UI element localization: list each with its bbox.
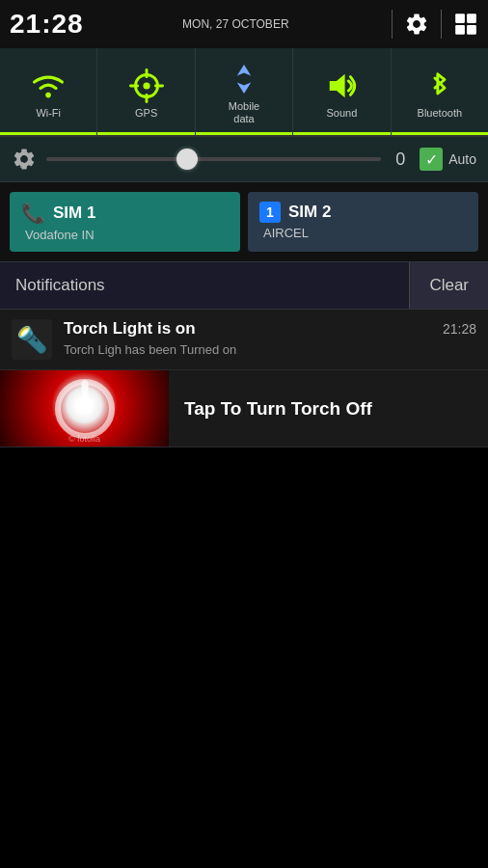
sim1-operator: Vodafone IN (21, 228, 229, 242)
notification-time: 21:28 (443, 321, 476, 337)
clear-button[interactable]: Clear (409, 262, 488, 309)
brightness-thumb[interactable] (176, 149, 198, 170)
brightness-auto[interactable]: ✓ Auto (420, 148, 476, 171)
sim2-name-row: 1 SIM 2 (259, 202, 467, 223)
sound-label: Sound (327, 107, 358, 120)
notification-subtitle: Torch Ligh has been Turned on (64, 342, 236, 357)
auto-checkbox[interactable]: ✓ (420, 148, 443, 171)
sim2-name: SIM 2 (288, 203, 331, 222)
gps-icon (127, 68, 166, 103)
svg-text:A: A (20, 160, 26, 170)
quick-settings-panel: Wi-Fi GPS Mobile data Sound (0, 48, 488, 137)
torch-banner-image: © fotolia (0, 370, 169, 448)
bluetooth-icon (420, 68, 459, 103)
svg-point-10 (143, 82, 149, 89)
power-button-icon (51, 375, 119, 443)
torch-light-icon: 🔦 (16, 325, 47, 355)
sim1-name: SIM 1 (53, 203, 95, 223)
sim1-card[interactable]: 📞 SIM 1 Vodafone IN (10, 192, 240, 252)
fotolia-watermark: © fotolia (68, 434, 100, 444)
status-bar: 21:28 MON, 27 OCTOBER (0, 0, 488, 48)
brightness-value: 0 (391, 149, 410, 170)
mobile-data-icon (225, 62, 263, 96)
wifi-label: Wi-Fi (36, 107, 61, 120)
qs-mobile-data[interactable]: Mobile data (196, 48, 293, 135)
status-time: 21:28 (10, 9, 84, 40)
status-divider (392, 10, 393, 39)
torch-app-icon: 🔦 (12, 319, 52, 360)
sound-icon (322, 68, 361, 103)
svg-rect-2 (455, 25, 465, 35)
mobile-data-label: Mobile data (229, 100, 259, 125)
settings-icon[interactable] (404, 12, 429, 37)
status-date: MON, 27 OCTOBER (182, 17, 288, 31)
sim1-name-row: 📞 SIM 1 (21, 202, 229, 225)
notification-content: Torch Light is on 21:28 Torch Ligh has b… (64, 319, 476, 358)
qs-bluetooth[interactable]: Bluetooth (392, 48, 488, 135)
grid-icon[interactable] (453, 12, 478, 37)
notifications-title: Notifications (0, 262, 409, 309)
svg-rect-1 (467, 14, 476, 23)
bluetooth-label: Bluetooth (418, 107, 462, 120)
gps-indicator (97, 132, 194, 135)
sim2-badge: 1 (259, 202, 281, 223)
torch-banner[interactable]: © fotolia Tap To Turn Torch Off (0, 370, 488, 448)
status-divider2 (441, 10, 442, 39)
notification-item-torch[interactable]: 🔦 Torch Light is on 21:28 Torch Ligh has… (0, 310, 488, 370)
qs-sound[interactable]: Sound (293, 48, 391, 135)
brightness-settings-icon: A (12, 147, 37, 172)
notification-top-row: Torch Light is on 21:28 (64, 319, 476, 339)
sim-row: 📞 SIM 1 Vodafone IN 1 SIM 2 AIRCEL (0, 182, 488, 262)
qs-gps[interactable]: GPS (97, 48, 195, 135)
wifi-indicator (0, 132, 96, 135)
notification-app-name: Torch Light is on (64, 319, 196, 339)
svg-marker-11 (237, 65, 251, 76)
status-icons (388, 10, 478, 39)
sim1-phone-icon: 📞 (21, 202, 45, 225)
sim2-card[interactable]: 1 SIM 2 AIRCEL (248, 192, 478, 252)
sim2-operator: AIRCEL (259, 226, 467, 240)
svg-rect-0 (455, 14, 465, 23)
notifications-header: Notifications Clear (0, 262, 488, 310)
brightness-row: A 0 ✓ Auto (0, 137, 488, 182)
mobile-data-indicator (196, 132, 292, 135)
brightness-track (46, 157, 381, 161)
svg-marker-12 (237, 83, 251, 95)
sound-indicator (293, 132, 390, 135)
auto-label: Auto (448, 151, 476, 167)
gps-label: GPS (135, 107, 157, 120)
bluetooth-indicator (392, 132, 488, 135)
brightness-slider[interactable] (46, 149, 381, 169)
qs-wifi[interactable]: Wi-Fi (0, 48, 97, 135)
svg-rect-3 (467, 25, 476, 35)
torch-banner-text: Tap To Turn Torch Off (169, 398, 488, 420)
svg-marker-13 (330, 73, 345, 96)
svg-point-4 (45, 92, 51, 97)
wifi-icon (29, 68, 68, 103)
